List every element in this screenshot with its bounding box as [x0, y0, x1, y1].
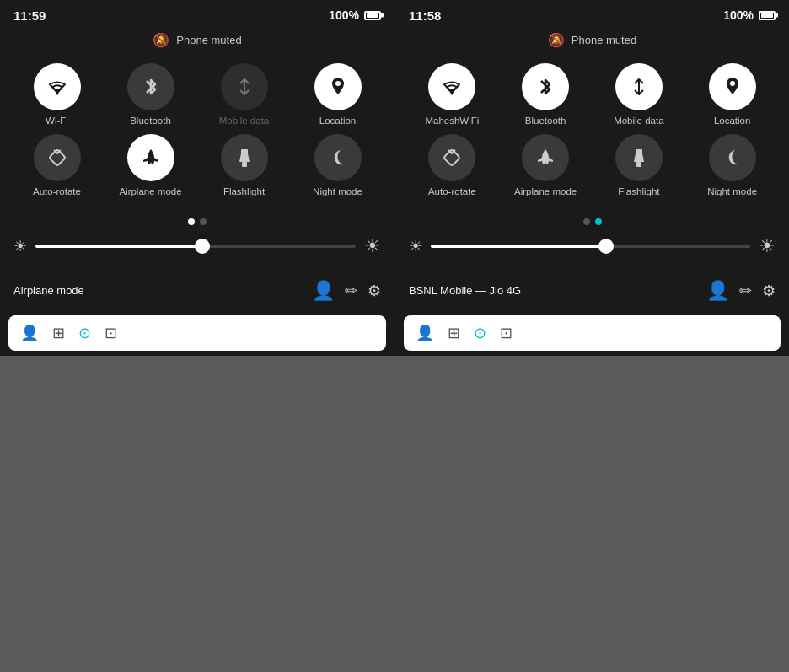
- user-icon-right[interactable]: 👤: [706, 280, 729, 302]
- tile-airplane-right[interactable]: Airplane mode: [502, 134, 589, 198]
- mute-icon-right: 🔕: [548, 32, 565, 48]
- flashlight-icon-left: [235, 147, 254, 169]
- svg-rect-8: [636, 149, 642, 153]
- edit-icon-left[interactable]: ✏: [345, 282, 357, 300]
- tile-label-mobiledata-left: Mobile data: [219, 116, 269, 127]
- tile-label-location-left: Location: [319, 116, 356, 127]
- sc3-right[interactable]: ⊙: [474, 324, 486, 342]
- tile-label-flashlight-left: Flashlight: [223, 186, 265, 198]
- tile-label-flashlight-right: Flashlight: [618, 186, 659, 198]
- svg-point-1: [335, 81, 341, 86]
- location-icon-left: [329, 76, 347, 98]
- svg-rect-2: [49, 149, 66, 166]
- tile-circle-flashlight-right: [615, 134, 663, 181]
- settings-icon-right[interactable]: ⚙: [762, 282, 776, 300]
- autorotate-icon-left: [46, 147, 68, 169]
- brightness-slider-right[interactable]: [431, 245, 750, 248]
- tile-autorotate-right[interactable]: Auto-rotate: [409, 134, 496, 198]
- wifi-icon-right: [441, 78, 463, 96]
- svg-rect-4: [242, 162, 247, 167]
- brightness-slider-left[interactable]: [35, 245, 356, 248]
- tile-label-nightmode-right: Night mode: [707, 186, 757, 198]
- sc1-right[interactable]: 👤: [416, 324, 434, 342]
- sc3-left[interactable]: ⊙: [78, 324, 91, 342]
- page-dots-right: [395, 212, 789, 232]
- tile-flashlight-right[interactable]: Flashlight: [596, 134, 683, 198]
- gray-area-left: [0, 356, 394, 672]
- tile-label-airplane-left: Airplane mode: [119, 186, 181, 198]
- tile-label-mobiledata-right: Mobile data: [614, 116, 663, 127]
- bottom-bar-right: BSNL Mobile — Jio 4G 👤 ✏ ⚙: [395, 271, 789, 310]
- time-left: 11:59: [13, 8, 46, 23]
- tile-circle-mobiledata-right: [615, 63, 663, 110]
- sc1-left[interactable]: 👤: [20, 324, 39, 342]
- quick-tiles-right: MaheshWiFi Bluetooth Mobile data: [395, 56, 789, 212]
- bottom-bar-left: Airplane mode 👤 ✏ ⚙: [0, 271, 394, 310]
- sc2-left[interactable]: ⊞: [52, 324, 65, 342]
- sc2-right[interactable]: ⊞: [448, 324, 460, 342]
- tile-circle-bluetooth-right: [522, 63, 569, 110]
- user-icon-left[interactable]: 👤: [312, 280, 335, 302]
- brightness-high-icon-right: ☀: [759, 235, 776, 257]
- sc4-right[interactable]: ⊡: [500, 324, 513, 342]
- tile-circle-autorotate-right: [428, 134, 475, 181]
- tile-location-left[interactable]: Location: [294, 63, 381, 127]
- tile-circle-bluetooth-left: [127, 63, 174, 110]
- notification-bar-left: 🔕 Phone muted: [0, 27, 394, 56]
- battery-percent-left: 100%: [329, 8, 359, 22]
- battery-icon-right: [759, 11, 776, 20]
- tile-mobiledata-right[interactable]: Mobile data: [596, 63, 683, 127]
- mute-icon-left: 🔕: [153, 32, 169, 48]
- tile-airplane-left[interactable]: Airplane mode: [107, 134, 194, 198]
- status-bar-left: 11:59 100%: [0, 0, 394, 27]
- tile-label-autorotate-right: Auto-rotate: [428, 186, 476, 198]
- tile-location-right[interactable]: Location: [689, 63, 776, 127]
- sc4-left[interactable]: ⊡: [105, 324, 117, 342]
- status-bar-right: 11:58 100%: [395, 0, 789, 27]
- brightness-thumb-right[interactable]: [598, 239, 614, 254]
- tile-circle-flashlight-left: [221, 134, 268, 181]
- tile-circle-wifi-right: [428, 63, 475, 110]
- tile-nightmode-right[interactable]: Night mode: [689, 134, 776, 198]
- shortcut-bar-right: 👤 ⊞ ⊙ ⊡: [404, 315, 781, 351]
- tile-mobiledata-left[interactable]: Mobile data: [201, 63, 287, 127]
- tile-circle-nightmode-left: [314, 134, 362, 181]
- tile-autorotate-left[interactable]: Auto-rotate: [13, 134, 100, 198]
- tile-wifi-left[interactable]: Wi-Fi: [13, 63, 100, 127]
- dot2-left: [200, 218, 207, 225]
- status-right-left: 100%: [329, 8, 381, 22]
- svg-rect-3: [241, 149, 248, 153]
- panel-left: 11:59 100% 🔕 Phone muted Wi-Fi: [0, 0, 394, 672]
- edit-icon-right[interactable]: ✏: [739, 282, 752, 300]
- tile-flashlight-left[interactable]: Flashlight: [201, 134, 287, 198]
- tile-bluetooth-right[interactable]: Bluetooth: [502, 63, 589, 127]
- svg-rect-7: [443, 149, 460, 166]
- tile-wifi-right[interactable]: MaheshWiFi: [409, 63, 496, 127]
- tile-bluetooth-left[interactable]: Bluetooth: [107, 63, 194, 127]
- tile-circle-location-right: [709, 63, 756, 110]
- tile-label-autorotate-left: Auto-rotate: [33, 186, 81, 198]
- brightness-low-icon-right: ☀: [409, 237, 422, 255]
- network-label-right: BSNL Mobile — Jio 4G: [409, 284, 521, 297]
- tile-circle-airplane-left: [127, 134, 174, 181]
- tile-label-wifi-left: Wi-Fi: [46, 116, 68, 127]
- bluetooth-icon-left: [142, 76, 160, 98]
- brightness-thumb-left[interactable]: [195, 239, 210, 254]
- tile-circle-airplane-right: [522, 134, 569, 181]
- tile-circle-autorotate-left: [34, 134, 81, 181]
- dot1-left: [188, 218, 195, 225]
- settings-icon-left[interactable]: ⚙: [368, 282, 381, 300]
- tile-circle-wifi-left: [34, 63, 81, 110]
- tile-nightmode-left[interactable]: Night mode: [294, 134, 381, 198]
- battery-icon-left: [364, 11, 381, 20]
- autorotate-icon-right: [441, 147, 463, 169]
- mobiledata-icon-right: [630, 76, 648, 98]
- notification-bar-right: 🔕 Phone muted: [395, 27, 789, 56]
- bottom-icons-right: 👤 ✏ ⚙: [706, 280, 776, 302]
- tile-circle-mobiledata-left: [221, 63, 268, 110]
- tile-label-nightmode-left: Night mode: [313, 186, 362, 198]
- svg-point-6: [730, 81, 735, 86]
- battery-percent-right: 100%: [723, 8, 754, 22]
- tile-label-wifi-right: MaheshWiFi: [425, 116, 479, 127]
- brightness-row-left: ☀ ☀: [0, 232, 394, 271]
